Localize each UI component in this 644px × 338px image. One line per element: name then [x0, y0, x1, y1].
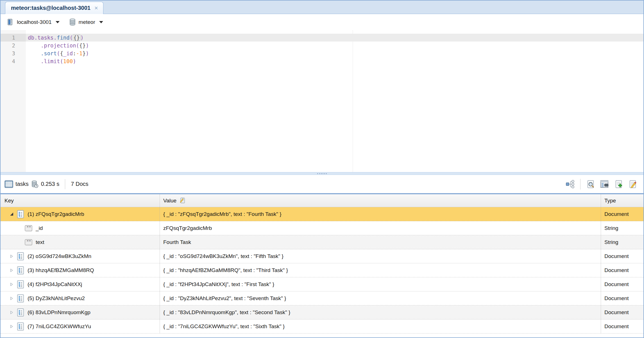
row-value: { _id : "7niLGC4ZGKWWfuzYu", text : "Six… [160, 319, 601, 333]
edit-document-icon [629, 180, 637, 188]
row-key: (7) 7niLGC4ZGKWWfuzYu [1, 319, 160, 333]
document-row-icon [17, 266, 24, 275]
table-view-icon [600, 180, 609, 188]
row-value: { _id : "zFQsqTgr2gadicMrb", text : "Fou… [160, 207, 601, 221]
results-grid: (1) zFQsqTgr2gadicMrb{ _id : "zFQsqTgr2g… [1, 207, 643, 337]
line-number: 1 [1, 34, 26, 42]
chevron-down-icon [99, 21, 103, 23]
svg-text:": " [27, 239, 29, 244]
panel-splitter[interactable] [1, 172, 643, 175]
app-window: meteor:tasks@localhost-3001 × localhost-… [0, 0, 644, 338]
paste-value-icon[interactable] [179, 197, 186, 204]
code-line: .projection({}) [26, 42, 643, 49]
collection-name: tasks [15, 181, 29, 187]
table-row[interactable]: " "_idzFQsqTgr2gadicMrbString [1, 221, 643, 235]
edit-document-button[interactable] [627, 179, 638, 190]
row-value: { _id : "oSG9d724wBK3uZkMn", text : "Fif… [160, 249, 601, 263]
table-row[interactable]: (7) 7niLGC4ZGKWWfuzYu{ _id : "7niLGC4ZGK… [1, 319, 643, 334]
row-type: String [601, 221, 643, 235]
server-label: localhost-3001 [17, 19, 52, 25]
row-type: Document [601, 319, 643, 333]
collapse-arrow-icon[interactable] [9, 324, 14, 329]
table-row[interactable]: (6) 83vLDPnNmrquomKgp{ _id : "83vLDPnNmr… [1, 305, 643, 319]
collection-icon [4, 180, 13, 188]
results-actions [564, 179, 638, 190]
column-header-key[interactable]: Key [1, 194, 160, 207]
svg-text:": " [29, 225, 31, 230]
table-row[interactable]: (3) hhzqAEfBZMGaMM8RQ{ _id : "hhzqAEfBZM… [1, 263, 643, 277]
doc-count: 7 Docs [71, 181, 88, 187]
row-key: (1) zFQsqTgr2gadicMrb [1, 207, 160, 221]
row-key: " "_id [1, 221, 160, 235]
editor-gutter: 1234 [1, 30, 26, 172]
row-value: { _id : "83vLDPnNmrquomKgp", text : "Sec… [160, 305, 601, 319]
row-type: Document [601, 277, 643, 291]
column-header-type[interactable]: Type [601, 194, 643, 207]
row-type: Document [601, 263, 643, 277]
svg-text:": " [27, 225, 29, 230]
table-row[interactable]: (5) DyZ3kNAhLitPezvu2{ _id : "DyZ3kNAhLi… [1, 291, 643, 305]
tab-title: meteor:tasks@localhost-3001 [11, 5, 90, 11]
query-time-icon [31, 180, 39, 188]
text-view-icon [586, 180, 595, 188]
row-value: zFQsqTgr2gadicMrb [160, 221, 601, 235]
code-line: .sort({_id:-1}) [26, 49, 643, 57]
table-row[interactable]: " "textFourth TaskString [1, 235, 643, 249]
database-icon [69, 18, 76, 26]
editor-code-area[interactable]: db.tasks.find({}) .projection({}) .sort(… [26, 30, 643, 172]
row-type: Document [601, 207, 643, 221]
database-selector[interactable]: meteor [67, 17, 105, 27]
server-icon [7, 18, 14, 26]
divider [580, 179, 580, 189]
row-key: (3) hhzqAEfBZMGaMM8RQ [1, 263, 160, 277]
text-view-button[interactable] [585, 179, 596, 190]
collapse-arrow-icon[interactable] [9, 254, 14, 259]
tab-query[interactable]: meteor:tasks@localhost-3001 × [5, 2, 103, 14]
line-number: 2 [1, 42, 26, 49]
grid-header: Key Value Type [1, 194, 643, 207]
splitter-grip-icon [317, 173, 327, 174]
row-key: (6) 83vLDPnNmrquomKgp [1, 305, 160, 319]
row-value: Fourth Task [160, 235, 601, 249]
server-selector[interactable]: localhost-3001 [5, 17, 61, 27]
insert-document-button[interactable] [613, 179, 624, 190]
document-row-icon [17, 322, 24, 331]
tab-bar: meteor:tasks@localhost-3001 × [1, 1, 643, 14]
collapse-arrow-icon[interactable] [9, 296, 14, 301]
svg-text:": " [29, 239, 31, 244]
divider [65, 179, 65, 189]
column-header-value[interactable]: Value [160, 194, 601, 207]
row-value: { _id : "hhzqAEfBZMGaMM8RQ", text : "Thi… [160, 263, 601, 277]
document-row-icon [17, 252, 24, 261]
tree-mode-icon [565, 180, 575, 189]
table-row[interactable]: (1) zFQsqTgr2gadicMrb{ _id : "zFQsqTgr2g… [1, 207, 643, 221]
connection-toolbar: localhost-3001 meteor [1, 14, 643, 30]
tree-mode-button[interactable] [564, 179, 576, 190]
row-key: (2) oSG9d724wBK3uZkMn [1, 249, 160, 263]
row-type: Document [601, 291, 643, 305]
document-row-icon [17, 308, 24, 317]
close-icon[interactable]: × [94, 5, 99, 11]
query-editor: 1234 db.tasks.find({}) .projection({}) .… [1, 30, 643, 172]
table-row[interactable]: (4) f2HPt34JpCaNitXXj{ _id : "f2HPt34JpC… [1, 277, 643, 291]
row-key: " "text [1, 235, 160, 249]
collapse-arrow-icon[interactable] [9, 282, 14, 287]
code-line: db.tasks.find({}) [26, 34, 643, 42]
line-number: 3 [1, 49, 26, 57]
expand-arrow-icon[interactable] [9, 212, 14, 217]
code-line: .limit(100) [26, 57, 643, 65]
string-row-icon: " " [25, 225, 32, 231]
results-toolbar: tasks 0.253 s 7 Docs [1, 175, 643, 193]
table-row[interactable]: (2) oSG9d724wBK3uZkMn{ _id : "oSG9d724wB… [1, 249, 643, 263]
collapse-arrow-icon[interactable] [9, 268, 14, 273]
row-value: { _id : "f2HPt34JpCaNitXXj", text : "Fir… [160, 277, 601, 291]
document-row-icon [17, 294, 24, 303]
table-view-button[interactable] [599, 179, 610, 190]
row-type: String [601, 235, 643, 249]
insert-document-icon [614, 180, 623, 188]
row-type: Document [601, 249, 643, 263]
string-row-icon: " " [25, 239, 32, 245]
database-label: meteor [79, 19, 95, 25]
collapse-arrow-icon[interactable] [9, 310, 14, 315]
row-value: { _id : "DyZ3kNAhLitPezvu2", text : "Sev… [160, 291, 601, 305]
